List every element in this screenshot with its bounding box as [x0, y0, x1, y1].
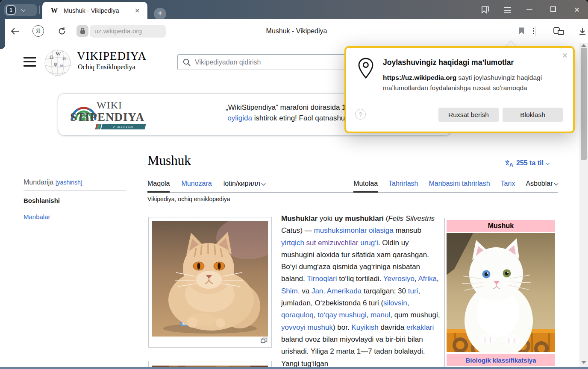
text-link[interactable]: toʻqay mushugi	[318, 311, 366, 319]
minimize-button[interactable]	[526, 5, 532, 10]
text-link[interactable]: sut emizuvchilar	[306, 239, 359, 247]
tab-tahrirlash[interactable]: Tahrirlash	[388, 180, 418, 193]
text-link[interactable]: mushuksimonlar oilasiga	[314, 226, 394, 234]
text-link[interactable]: Tirnoqlari	[307, 275, 337, 283]
site-tagline: Vikipediya, ochiq ensiklopediya	[147, 196, 230, 202]
allow-button[interactable]: Ruxsat berish	[438, 108, 499, 122]
text-span: ,	[437, 275, 439, 283]
article-image-cat[interactable]	[148, 217, 272, 348]
window-bottom-edge	[0, 367, 588, 369]
article-title: Mushuk	[147, 153, 191, 168]
address-bar[interactable]: uz.wikipedia.org	[90, 25, 166, 38]
wiki-sidebar-menu-icon[interactable]	[24, 57, 36, 67]
text-span: ,	[366, 311, 370, 319]
wikipedia-logo[interactable]: Ω W И ψ ω	[44, 48, 72, 79]
text-link[interactable]: turi	[408, 287, 418, 295]
toc-hide-link[interactable]: [yashirish]	[56, 179, 82, 186]
bookmark-icon[interactable]	[516, 19, 526, 43]
script-variant-label: lotin/кирилл	[223, 180, 260, 187]
browser-menu-icon[interactable]	[504, 5, 511, 13]
tab-tarix[interactable]: Tarix	[501, 180, 515, 193]
text-span: uy mushuklari	[335, 214, 384, 223]
text-link[interactable]: Yevrosiyo	[383, 275, 415, 283]
popup-close-icon[interactable]: ✕	[562, 51, 568, 60]
language-selector-button[interactable]: A 255 ta til	[505, 159, 549, 167]
text-link[interactable]: erkaklari	[406, 323, 434, 331]
language-count-label: 255 ta til	[516, 159, 544, 167]
text-link[interactable]: manul	[370, 311, 390, 319]
location-permission-popup: Joylashuvingiz haqidagi maʼlumotlar http…	[344, 46, 575, 133]
banner-logo-word2: Stipendiya	[70, 111, 144, 124]
banner-link[interactable]: oyligida	[227, 114, 252, 122]
wikipedia-globe-icon: Ω W И ψ ω	[44, 48, 72, 77]
help-icon[interactable]: ?	[355, 109, 366, 120]
chevron-down-icon[interactable]	[21, 7, 26, 12]
scrollbar-up-arrow[interactable]	[581, 44, 586, 47]
tab-counter[interactable]: 1	[4, 4, 37, 16]
tab-script-variant[interactable]: lotin/кирилл	[223, 180, 265, 193]
more-options-icon[interactable]	[529, 19, 538, 43]
back-button[interactable]	[9, 19, 21, 43]
scrollbar[interactable]	[579, 43, 588, 367]
wiki-logo-title-text: Vikipediya	[77, 50, 147, 62]
reload-button[interactable]	[56, 19, 68, 43]
text-link[interactable]: Kuyikish	[351, 323, 378, 331]
new-tab-button[interactable]: +	[154, 8, 166, 20]
banner-logo-word1: Wiki	[97, 100, 122, 111]
tab-count-badge[interactable]: 1	[6, 5, 16, 15]
chevron-down-icon	[546, 161, 550, 165]
tab-manbasini-tahrirlash[interactable]: Manbasini tahrirlash	[429, 180, 490, 193]
text-span: baland ovoz bilan miyovlaydi va bir-biri…	[281, 335, 425, 368]
side-panel-icon[interactable]	[479, 5, 491, 16]
infobox-footer-band[interactable]: Biologik klassifikatsiya	[447, 354, 555, 366]
infobox-footer-link[interactable]: Biologik klassifikatsiya	[465, 357, 536, 364]
banner-line1: „WikiStipendiya“ marafoni doirasida	[226, 103, 342, 111]
active-tab[interactable]: W Mushuk - Vikipediya ✕	[42, 2, 147, 19]
text-span: davrida	[379, 323, 406, 331]
text-link[interactable]: Shim.	[281, 287, 300, 295]
tab-munozara[interactable]: Munozara	[181, 180, 212, 193]
toc-item-boshlanishi[interactable]: Boshlanishi	[24, 197, 126, 204]
text-link[interactable]: silovsin	[383, 299, 407, 307]
browser-window: 1 W Mushuk - Vikipediya ✕ + ✕ Я	[0, 0, 588, 369]
table-of-contents: Mundarija [yashirish] Boshlanishi Manbal…	[24, 179, 126, 220]
window-close-button[interactable]: ✕	[574, 6, 580, 15]
text-span: va	[300, 287, 311, 295]
wikistipendiya-logo: Wiki Stipendiya 2·mavsum	[70, 97, 168, 133]
downloads-icon[interactable]	[576, 19, 588, 43]
text-link[interactable]: urugʻi	[360, 239, 378, 247]
text-span: mansub	[394, 226, 421, 234]
url-text: uz.wikipedia.org	[94, 27, 142, 35]
svg-text:A: A	[509, 162, 513, 167]
scrollbar-thumb[interactable]	[581, 48, 587, 160]
kitten-photo[interactable]	[447, 233, 555, 352]
text-span: tarqalgan; 30	[362, 287, 408, 295]
scrollbar-down-arrow[interactable]	[581, 361, 586, 364]
site-security-button[interactable]	[76, 25, 88, 37]
text-link[interactable]: Jan. Amerikada	[312, 287, 362, 295]
tab-close-icon[interactable]: ✕	[132, 6, 142, 15]
text-link[interactable]: qoraquloq	[281, 311, 314, 319]
tab-maqola[interactable]: Maqola	[147, 180, 170, 193]
text-span: ) —	[300, 226, 314, 234]
wiki-logo-title[interactable]: Vikipediya	[77, 50, 147, 63]
collections-icon[interactable]	[551, 19, 567, 43]
asboblar-label: Asboblar	[526, 180, 553, 187]
yandex-home-button[interactable]: Я	[32, 19, 44, 43]
block-button[interactable]: Bloklash	[503, 108, 563, 122]
text-span: ,	[407, 299, 409, 307]
browser-tab-bar: 1 W Mushuk - Vikipediya ✕ + ✕	[0, 0, 588, 19]
infobox-image[interactable]	[447, 233, 555, 354]
text-link[interactable]: yirtqich	[281, 239, 304, 247]
browser-toolbar: Я uz.wikipedia.org Mushuk - Vikipediya	[5, 19, 588, 43]
infobox-title: Mushuk	[488, 222, 514, 230]
enlarge-image-icon[interactable]	[261, 337, 268, 345]
maximize-button[interactable]	[550, 5, 556, 12]
tab-asboblar[interactable]: Asboblar	[526, 180, 558, 193]
cat-photo[interactable]	[152, 221, 268, 337]
toc-item-manbalar[interactable]: Manbalar	[24, 213, 126, 220]
text-link[interactable]: Afrika	[418, 275, 436, 283]
toc-title: Mundarija	[24, 179, 53, 186]
tab-mutolaa[interactable]: Mutolaa	[353, 180, 378, 193]
text-link[interactable]: yovvoyi mushuk	[281, 323, 333, 331]
